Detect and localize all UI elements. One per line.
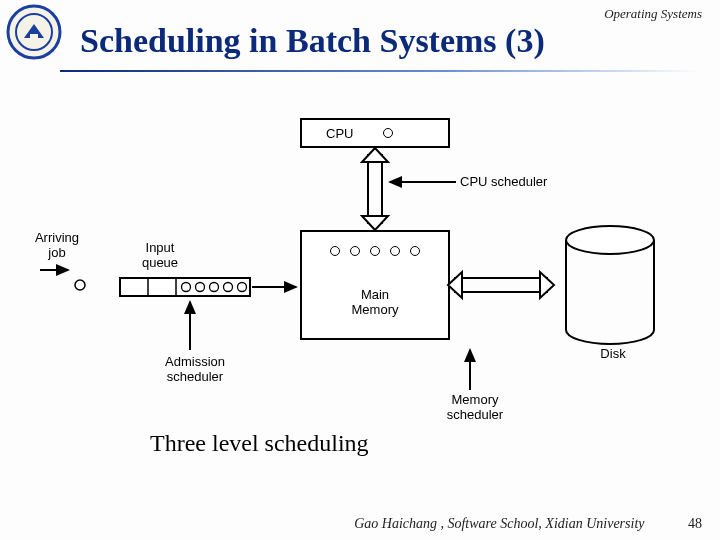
svg-marker-15 [362,148,388,162]
footer-author: Gao Haichang , Software School, Xidian U… [354,516,644,532]
cpu-scheduler-label: CPU scheduler [460,174,570,189]
slide-title: Scheduling in Batch Systems (3) [80,22,545,60]
disk-label: Disk [588,346,638,361]
svg-point-4 [75,280,85,290]
admission-scheduler-label: Admission scheduler [150,354,240,384]
title-underline [60,70,700,72]
course-name: Operating Systems [604,6,702,22]
svg-rect-2 [30,34,38,40]
footer: Gao Haichang , Software School, Xidian U… [0,516,720,532]
diagram-arrows [0,90,720,420]
university-logo [6,4,62,60]
svg-marker-19 [448,272,462,298]
figure-caption: Three level scheduling [150,430,369,457]
svg-point-10 [210,283,219,292]
arriving-job-label: Arriving job [22,230,92,260]
memory-scheduler-label: Memory scheduler [430,392,520,422]
svg-point-11 [224,283,233,292]
input-queue-label: Input queue [130,240,190,270]
svg-point-9 [196,283,205,292]
page-number: 48 [688,516,702,532]
svg-marker-16 [362,216,388,230]
diagram-area: CPU Main Memory [0,90,720,420]
svg-point-21 [566,226,654,254]
svg-point-8 [182,283,191,292]
svg-marker-20 [540,272,554,298]
svg-point-12 [238,283,247,292]
